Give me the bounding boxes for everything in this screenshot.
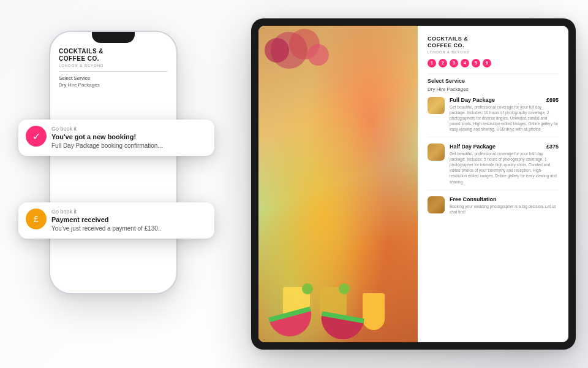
notif-app-name-top: Go book it [51, 126, 163, 132]
service-name-full-day: Full Day Package [450, 97, 495, 103]
service-item-half-day[interactable]: Half Day Package £375 Get beautiful, pro… [428, 144, 559, 190]
service-info-consultation: Free Consultation Booking your wedding p… [450, 196, 559, 215]
tablet-frame: COCKTAILS & COFFEE CO. LONDON & BEYOND 1… [251, 18, 576, 350]
notif-body-bottom: You've just received a payment of £130.. [51, 224, 161, 232]
payment-icon: £ [26, 209, 47, 229]
watermelon-slice-2 [318, 311, 364, 342]
notification-booking-text: Go book it You've got a new booking! Ful… [51, 126, 163, 150]
notif-title-bottom: Payment received [51, 216, 161, 223]
flower-cluster [258, 26, 418, 99]
service-desc-full-day: Get beautiful, professional coverage for… [450, 104, 559, 132]
phone-brand: COCKTAILS & COFFEE CO. [59, 48, 168, 63]
tablet-device: COCKTAILS & COFFEE CO. LONDON & BEYOND 1… [251, 18, 576, 350]
service-item-consultation[interactable]: Free Consultation Booking your wedding p… [428, 196, 559, 220]
watermelon-cluster [258, 293, 418, 342]
flower-blob-4 [307, 44, 329, 66]
service-price-half-day: £375 [546, 144, 559, 150]
service-name-consultation: Free Consultation [450, 196, 497, 202]
notif-app-name-bottom: Go book it [51, 209, 161, 215]
service-thumb-full-day [428, 97, 445, 114]
tablet-dry-hire: Dry Hire Packages [428, 86, 559, 92]
tablet-divider-1 [428, 74, 559, 74]
service-item-full-day[interactable]: Full Day Package £695 Get beautiful, pro… [428, 97, 559, 137]
service-title-row-full-day: Full Day Package £695 [450, 97, 559, 103]
phone-select-service: Select Service [59, 75, 168, 81]
cocktail-visual [258, 26, 418, 342]
tablet-select-service: Select Service [428, 78, 559, 84]
phone-frame: COCKTAILS & COFFEE CO. LONDON & BEYOND S… [49, 31, 178, 294]
phone-device: COCKTAILS & COFFEE CO. LONDON & BEYOND S… [49, 31, 178, 294]
service-price-full-day: £695 [546, 97, 559, 103]
phone-subtitle: LONDON & BEYOND [59, 64, 168, 67]
flower-blob-3 [265, 38, 289, 63]
service-title-row-consultation: Free Consultation [450, 196, 559, 202]
thumb-inner-half-day [428, 144, 445, 161]
notification-payment-text: Go book it Payment received You've just … [51, 209, 161, 232]
tablet-content: COCKTAILS & COFFEE CO. LONDON & BEYOND 1… [418, 26, 568, 342]
step-dot-1[interactable]: 1 [428, 59, 436, 67]
thumb-inner-full-day [428, 97, 445, 114]
service-desc-half-day: Get beautiful, professional coverage for… [450, 151, 559, 185]
phone-dry-hire: Dry Hire Packages [59, 82, 168, 88]
step-dot-4[interactable]: 4 [461, 59, 469, 67]
tablet-photo [258, 26, 418, 342]
step-dot-5[interactable]: 5 [472, 59, 480, 67]
phone-notch [92, 32, 135, 43]
service-thumb-half-day [428, 144, 445, 161]
service-desc-consultation: Booking your wedding photographer is a b… [450, 204, 559, 215]
notif-body-top: Full Day Package booking confirmation... [51, 142, 163, 150]
phone-divider [59, 71, 168, 72]
notification-payment: £ Go book it Payment received You've jus… [18, 202, 214, 239]
notification-booking: ✓ Go book it You've got a new booking! F… [18, 120, 214, 156]
service-info-half-day: Half Day Package £375 Get beautiful, pro… [450, 144, 559, 185]
tablet-subtitle: LONDON & BEYOND [428, 50, 559, 54]
step-dot-3[interactable]: 3 [450, 59, 458, 67]
step-dot-2[interactable]: 2 [439, 59, 447, 67]
tablet-brand: COCKTAILS & COFFEE CO. [428, 36, 559, 49]
step-dot-6[interactable]: 6 [483, 59, 491, 67]
watermelon-slice-1 [268, 307, 316, 342]
service-title-row-half-day: Half Day Package £375 [450, 144, 559, 150]
service-thumb-consultation [428, 196, 445, 213]
tablet-inner: COCKTAILS & COFFEE CO. LONDON & BEYOND 1… [258, 26, 568, 342]
step-dots-container: 1 2 3 4 5 6 [428, 59, 559, 67]
service-name-half-day: Half Day Package [450, 144, 496, 150]
booking-icon: ✓ [26, 126, 47, 147]
thumb-inner-consultation [428, 196, 445, 213]
phone-content: COCKTAILS & COFFEE CO. LONDON & BEYOND S… [50, 43, 176, 100]
service-info-full-day: Full Day Package £695 Get beautiful, pro… [450, 97, 559, 132]
notif-title-top: You've got a new booking! [51, 133, 163, 140]
